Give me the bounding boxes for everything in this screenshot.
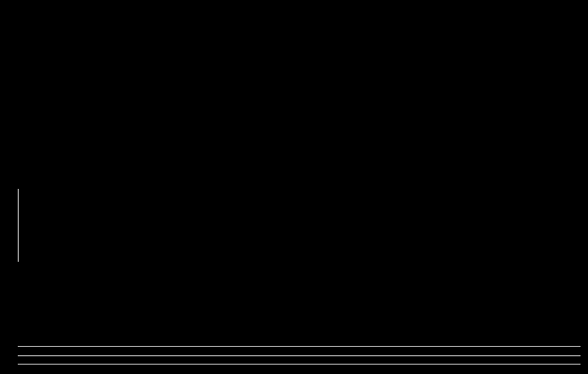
info-row-location: [168, 15, 282, 25]
info-row-antenna: [168, 37, 282, 48]
info-row-receiver: [168, 26, 282, 36]
header-layer: [0, 0, 588, 374]
hrofft-screen: [0, 0, 588, 374]
info-row-observer: [168, 4, 282, 14]
